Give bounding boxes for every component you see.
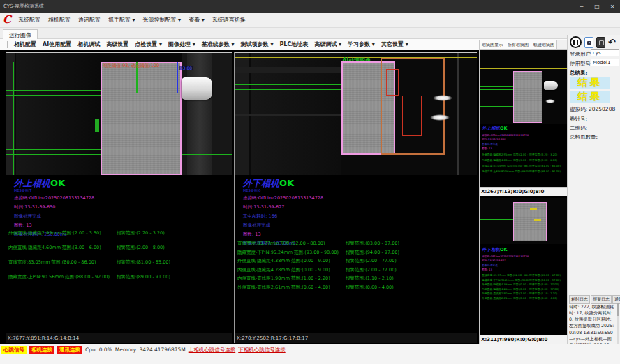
vcode-value: 20250208 [589, 106, 615, 112]
toolbar-item[interactable]: AI使用配置 [43, 40, 71, 48]
pause-icon [577, 40, 579, 45]
mini-view-tab[interactable]: 轨迹瑕疵图 [531, 40, 557, 49]
mini-view-tab[interactable]: 所有瑕疵图 [505, 40, 531, 49]
texture-layer [16, 53, 100, 175]
texture-layer [235, 114, 341, 116]
measurement-name: 直线宽度:83.77mm 范围:(82.00 - 88.00) [237, 241, 346, 250]
log-scrollbar[interactable] [617, 303, 619, 344]
left-coordinate-bar: X:7677;Y:891;R:14;G:14;B:14 [6, 333, 232, 343]
toolbar-item[interactable]: 图像处理 ▾ [168, 40, 195, 48]
toolbar-item[interactable]: 高级调试 ▾ [314, 40, 341, 48]
toolbar-item[interactable]: 测试项参数 ▾ [241, 40, 274, 48]
measurement-row: 直线宽度:83.05mm 范围:(80.00 - 86.00) 报警范围:(81… [482, 164, 566, 169]
middle-coordinate-bar: X:270;Y:2502;R:17;G:17;B:17 [235, 333, 477, 343]
overlay-green-line [480, 106, 513, 107]
alarm-range: 报警范围:(0.60 - 4.00) [346, 285, 394, 294]
left-measurement-list: 外侧直线-隐藏距2.95mm 范围:(2.00 - 3.50) 报警范围:(2.… [8, 230, 230, 289]
vcode-label: 虚拟码: [570, 106, 587, 113]
mini-measurement-list: 直线宽度:83.77mm 范围:(82.00 - 88.00) 报警范围:(83… [482, 273, 566, 301]
pause-button[interactable] [570, 36, 582, 48]
lower-camera-heartbeat-link[interactable]: 下相机心跳信号连接 [238, 346, 286, 354]
mini-top-coordinate-bar: X:267;Y:13;R:0;G:0;B:0 [480, 187, 568, 196]
mini-top-text: 外上相机OK 虚拟码:OffLine20250208133134728 时间:1… [482, 126, 566, 185]
upper-camera-heartbeat-link[interactable]: 上相机心跳信号连接 [189, 346, 236, 354]
mini-view-tab[interactable]: 瑕疵图显示 [480, 40, 505, 49]
toolbar-item[interactable]: 点检设置 ▾ [135, 40, 162, 48]
tab-run-image[interactable]: 运行图像 [3, 29, 38, 39]
alarm-range: 报警范围:(2.00 - 77.00) [346, 267, 397, 276]
left-camera-image[interactable]: 93.88 间距阈值:93, 动态阈值:100 [6, 52, 232, 175]
measurement-name: 外侧直线-隐藏距2.95mm 范围:(2.00 - 3.50) [8, 230, 117, 245]
heartbeat-badge: 心跳信号 [1, 346, 27, 354]
close-button[interactable]: ✕ [605, 0, 620, 13]
reflection-glint [430, 114, 450, 121]
measurement-row: 隐藏宽度-上PIN:90.56mm 范围:(88.00 - 92.00) 报警范… [482, 169, 566, 175]
status-ok: OK [500, 126, 508, 131]
camera-name: 外下相机 [243, 178, 279, 188]
camera-snapshot-button[interactable] [584, 37, 593, 48]
maximize-button[interactable]: □ [589, 0, 605, 13]
login-user-field[interactable]: cys [591, 49, 619, 56]
toolbar-item[interactable]: 基准线参数 ▾ [202, 40, 235, 48]
barcode-line: 虚拟码:OffLine20250208133134728 [14, 195, 94, 202]
overlay-green-line [235, 142, 341, 142]
window-controls: ─ □ ✕ [574, 0, 620, 13]
login-user-label: 登录用户: [570, 51, 593, 58]
mini-top-image[interactable] [480, 50, 568, 124]
toolbar-item[interactable]: 其它设置 ▾ [381, 40, 408, 48]
menu-item[interactable]: 查看 ▾ [189, 16, 205, 24]
middle-camera-image[interactable]: AI处理图像 [235, 52, 477, 175]
scrollbar-thumb[interactable] [617, 303, 619, 316]
left-camera-view[interactable]: 93.88 间距阈值:93, 动态阈值:100 外上相机OK MES类别:T 虚… [6, 52, 232, 343]
statusbar: 心跳信号 相机连接 通讯连接 Cpu: 0.0% Memory: 3424.41… [0, 344, 620, 364]
camera-lens-icon [589, 42, 590, 43]
model-field[interactable]: Model1 [591, 59, 619, 66]
measurement-name: 直线宽度:83.05mm 范围:(80.00 - 86.00) [482, 164, 529, 169]
toolbar-item[interactable]: 相机调试 [78, 40, 100, 48]
menu-item[interactable]: 光源控制配置 ▾ [143, 16, 182, 24]
time-line: 时间:13-31-59-650 [482, 137, 566, 141]
measurement-row: 外侧直线-直线距2.61mm 范围:(0.60 - 4.00) 报警范围:(0.… [237, 285, 475, 294]
measurement-row: 内侧直线-隐藏距4.60mm 范围:(3.00 - 6.00) 报警范围:(2.… [482, 158, 566, 164]
toolbar-item[interactable]: 高级设置 [106, 40, 128, 48]
menu-item[interactable]: 相机配置 [48, 16, 71, 24]
measurement-row: 隐藏宽度-上PIN:90.56mm 范围:(88.00 - 92.00) 报警范… [8, 274, 230, 289]
menu-item[interactable]: 通讯配置 [78, 16, 101, 24]
toolbar-grip-icon[interactable] [6, 41, 8, 48]
menu-item[interactable]: 系统配置 [18, 16, 40, 24]
alarm-range: 报警范围:(89.00 - 91.00) [117, 274, 170, 289]
measurement-name: 隐藏宽度-下PIN:95.24mm 范围:(93.00 - 98.00) [237, 250, 346, 259]
overlay-green-line [480, 222, 513, 222]
minimize-button[interactable]: ─ [574, 0, 589, 13]
right-sidebar: ↶ 登录用户: cys 使用型号: Model1 总结果: 结果 结果 虚拟码:… [567, 35, 620, 345]
mini-view-tabs: 瑕疵图显示所有瑕疵图轨迹瑕疵图 [480, 40, 568, 50]
menu-item[interactable]: 抓手配置 ▾ [108, 16, 135, 24]
measurement-row: 内侧直线-隐藏距4.60mm 范围:(3.00 - 6.00) 报警范围:(2.… [8, 245, 230, 259]
alarm-range: 报警范围:(2.00 - 77.00) [346, 258, 397, 267]
alarm-range: 报警范围:(2.20 - 3.20) [117, 230, 165, 245]
middle-camera-view[interactable]: AI处理图像 外下相机OK MES类别:0 虚拟码:OffLine2025020… [234, 52, 476, 343]
overlay-green-line [13, 62, 14, 175]
toolbar-item[interactable]: PLC地址表 [279, 40, 308, 48]
toolbar-item[interactable]: 相机配置 [14, 40, 36, 48]
measurement-row: 直线宽度:83.77mm 范围:(82.00 - 88.00) 报警范围:(83… [237, 241, 475, 250]
menu-item[interactable]: 系统语言切换 [212, 16, 246, 24]
measurement-row: 外侧直线-隐藏距2.95mm 范围:(2.00 - 3.50) 报警范围:(2.… [482, 153, 566, 158]
record-button[interactable] [596, 37, 605, 48]
alarm-range: 报警范围:(83.00 - 87.00) [346, 241, 399, 250]
memory-usage: Memory: 3424.41796875M [115, 346, 186, 353]
result-badge-top: 结果 [570, 77, 610, 89]
menubar: C 系统配置相机配置通讯配置抓手配置 ▾光源控制配置 ▾查看 ▾系统语言切换 [0, 13, 620, 28]
back-arrow-button[interactable]: ↶ [608, 38, 616, 47]
overlay-green-line [480, 86, 513, 87]
discard-count-label: 总料甩数量: [570, 134, 598, 141]
toolbar-item[interactable]: 学习参数 ▾ [348, 40, 375, 48]
overlay-yellow-line [6, 61, 232, 61]
threshold-label: 间距阈值:93, 动态阈值:100 [103, 63, 159, 69]
measurement-row: 隐藏宽度-下PIN:95.24mm 范围:(93.00 - 98.00) 报警范… [237, 250, 475, 259]
status-ok: OK [500, 247, 508, 252]
mini-bottom-image[interactable] [480, 198, 568, 244]
overlay-yellow-line [480, 68, 568, 69]
time-line: 时间:13-31-59-627 [243, 204, 323, 211]
sidebar-buttons: ↶ [570, 36, 616, 48]
